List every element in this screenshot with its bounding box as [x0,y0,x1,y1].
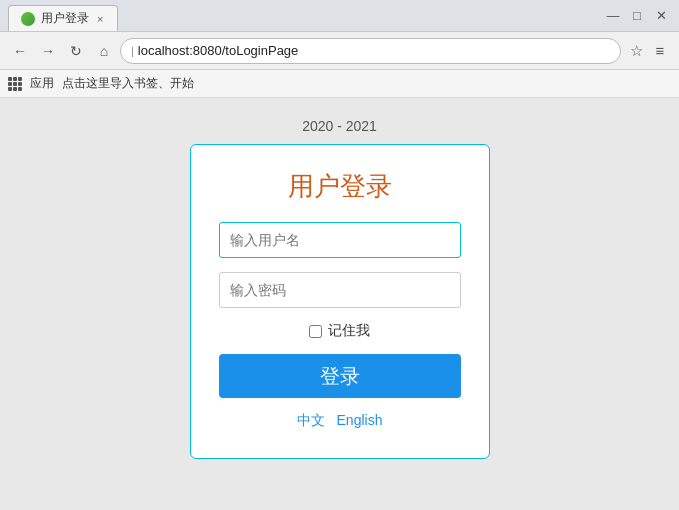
forward-button[interactable]: → [36,39,60,63]
address-actions: ☆ ≡ [625,40,671,62]
lang-english-link[interactable]: English [337,412,383,430]
tab-close-button[interactable]: × [95,13,105,25]
apps-grid-icon[interactable] [8,77,22,91]
menu-icon[interactable]: ≡ [649,40,671,62]
remember-checkbox[interactable] [309,325,322,338]
lang-chinese-link[interactable]: 中文 [297,412,325,430]
url-text: localhost:8080/toLoginPage [138,43,298,58]
title-bar: 用户登录 × — □ ✕ [0,0,679,32]
remember-label: 记住我 [328,322,370,340]
window-controls: — □ ✕ [603,6,671,26]
url-bar[interactable]: | localhost:8080/toLoginPage [120,38,621,64]
bookmarks-bar: 应用 点击这里导入书签、开始 [0,70,679,98]
username-input[interactable] [219,222,461,258]
reload-button[interactable]: ↻ [64,39,88,63]
remember-row: 记住我 [219,322,461,340]
bookmark-link[interactable]: 点击这里导入书签、开始 [62,75,194,92]
home-button[interactable]: ⌂ [92,39,116,63]
tab-title: 用户登录 [41,10,89,27]
address-bar: ← → ↻ ⌂ | localhost:8080/toLoginPage ☆ ≡ [0,32,679,70]
apps-label: 应用 [30,75,54,92]
minimize-button[interactable]: — [603,6,623,26]
browser-tab[interactable]: 用户登录 × [8,5,118,31]
year-label: 2020 - 2021 [302,118,377,134]
tab-area: 用户登录 × [8,0,603,31]
login-card: 用户登录 记住我 登录 中文 English [190,144,490,459]
login-button[interactable]: 登录 [219,354,461,398]
url-separator: | [131,45,134,57]
close-button[interactable]: ✕ [651,6,671,26]
language-row: 中文 English [297,412,383,430]
password-input[interactable] [219,272,461,308]
page-content: 2020 - 2021 用户登录 记住我 登录 中文 English [0,98,679,510]
login-title: 用户登录 [288,169,392,204]
bookmark-icon[interactable]: ☆ [625,40,647,62]
tab-favicon [21,12,35,26]
back-button[interactable]: ← [8,39,32,63]
maximize-button[interactable]: □ [627,6,647,26]
